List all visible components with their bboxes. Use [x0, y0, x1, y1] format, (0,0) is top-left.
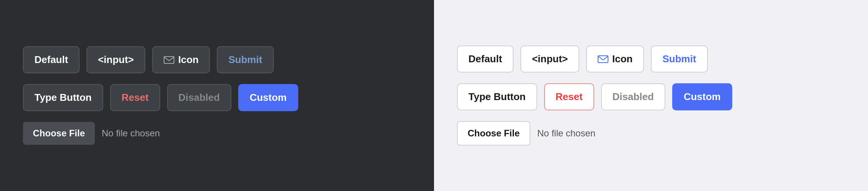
light-submit-label: Submit — [662, 53, 696, 65]
light-button-row-1: Default <input> Icon Submit — [457, 45, 845, 73]
dark-choose-file-label: Choose File — [33, 128, 85, 138]
dark-button-row-2: Type Button Reset Disabled Custom — [23, 84, 411, 111]
light-disabled-button: Disabled — [601, 83, 665, 110]
light-typebutton-label: Type Button — [468, 91, 526, 103]
dark-disabled-button: Disabled — [167, 84, 231, 111]
dark-reset-button[interactable]: Reset — [110, 84, 160, 111]
light-input-button[interactable]: <input> — [520, 45, 579, 73]
light-custom-label: Custom — [684, 91, 721, 103]
light-choose-file-button[interactable]: Choose File — [457, 121, 530, 146]
dark-choose-file-button[interactable]: Choose File — [23, 122, 95, 145]
light-disabled-label: Disabled — [613, 91, 654, 103]
dark-panel: Default <input> Icon Submit Type Button … — [0, 0, 434, 191]
light-custom-button[interactable]: Custom — [672, 83, 732, 110]
dark-file-row: Choose File No file chosen — [23, 122, 411, 145]
dark-submit-label: Submit — [228, 54, 262, 66]
dark-default-label: Default — [34, 54, 68, 66]
light-submit-button[interactable]: Submit — [651, 45, 707, 73]
dark-typebutton-label: Type Button — [34, 92, 92, 104]
light-icon-button[interactable]: Icon — [586, 45, 644, 73]
dark-submit-button[interactable]: Submit — [217, 46, 273, 73]
envelope-icon-light — [598, 55, 608, 63]
dark-button-row-1: Default <input> Icon Submit — [23, 46, 411, 73]
light-button-row-2: Type Button Reset Disabled Custom — [457, 83, 845, 110]
light-reset-button[interactable]: Reset — [544, 83, 594, 110]
light-file-row: Choose File No file chosen — [457, 121, 845, 146]
dark-custom-label: Custom — [250, 92, 287, 104]
light-typebutton-button[interactable]: Type Button — [457, 83, 537, 110]
dark-reset-label: Reset — [122, 92, 149, 104]
light-default-button[interactable]: Default — [457, 45, 514, 73]
light-reset-label: Reset — [556, 91, 583, 103]
dark-icon-label: Icon — [178, 54, 198, 66]
light-input-label: <input> — [532, 53, 568, 65]
dark-typebutton-button[interactable]: Type Button — [23, 84, 103, 111]
light-choose-file-label: Choose File — [468, 128, 520, 138]
light-panel: Default <input> Icon Submit Type Button … — [434, 0, 868, 191]
dark-input-label: <input> — [98, 54, 134, 66]
dark-disabled-label: Disabled — [179, 92, 220, 104]
svg-rect-1 — [598, 56, 608, 63]
envelope-icon — [164, 56, 174, 64]
dark-custom-button[interactable]: Custom — [238, 84, 298, 111]
light-icon-label: Icon — [612, 53, 632, 65]
dark-icon-button[interactable]: Icon — [152, 46, 210, 73]
light-file-status: No file chosen — [537, 128, 595, 139]
dark-default-button[interactable]: Default — [23, 46, 80, 73]
light-default-label: Default — [468, 53, 502, 65]
dark-input-button[interactable]: <input> — [86, 46, 145, 73]
dark-file-status: No file chosen — [102, 128, 160, 139]
svg-rect-0 — [164, 57, 174, 63]
